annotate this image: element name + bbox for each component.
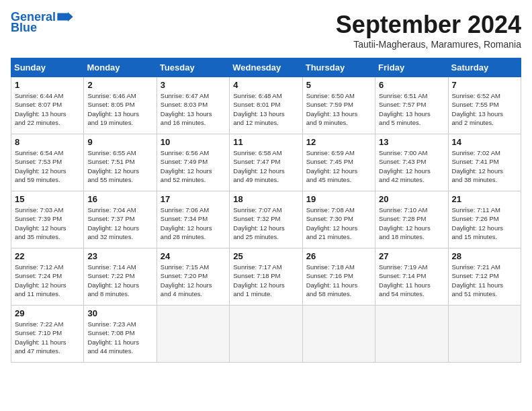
day-cell: 11Sunrise: 6:58 AM Sunset: 7:47 PM Dayli… [230,134,302,191]
day-number: 5 [306,80,371,90]
day-cell [230,306,302,363]
day-info: Sunrise: 7:23 AM Sunset: 7:08 PM Dayligh… [87,320,152,355]
day-number: 27 [379,251,444,261]
day-info: Sunrise: 6:46 AM Sunset: 8:05 PM Dayligh… [87,91,152,127]
day-info: Sunrise: 7:04 AM Sunset: 7:37 PM Dayligh… [87,205,152,241]
day-cell: 24Sunrise: 7:15 AM Sunset: 7:20 PM Dayli… [157,248,229,306]
day-cell: 18Sunrise: 7:07 AM Sunset: 7:32 PM Dayli… [230,191,302,248]
day-cell: 26Sunrise: 7:18 AM Sunset: 7:16 PM Dayli… [302,248,375,306]
day-info: Sunrise: 6:55 AM Sunset: 7:51 PM Dayligh… [87,148,152,184]
day-cell [448,306,521,363]
header-row: SundayMondayTuesdayWednesdayThursdayFrid… [11,58,521,77]
day-number: 26 [306,251,371,261]
location: Tautii-Magheraus, Maramures, Romania [336,39,521,50]
day-number: 6 [379,80,444,90]
day-number: 7 [452,80,517,90]
day-cell: 27Sunrise: 7:19 AM Sunset: 7:14 PM Dayli… [375,248,448,306]
day-cell: 25Sunrise: 7:17 AM Sunset: 7:18 PM Dayli… [230,248,302,306]
day-number: 28 [452,251,517,261]
weekday-header-sunday: Sunday [11,58,84,77]
day-info: Sunrise: 7:06 AM Sunset: 7:34 PM Dayligh… [161,205,226,241]
day-number: 1 [15,80,80,90]
day-cell: 15Sunrise: 7:03 AM Sunset: 7:39 PM Dayli… [11,191,84,248]
day-number: 14 [452,137,517,147]
day-info: Sunrise: 7:22 AM Sunset: 7:10 PM Dayligh… [15,320,80,355]
day-info: Sunrise: 6:48 AM Sunset: 8:01 PM Dayligh… [233,91,298,127]
day-info: Sunrise: 6:52 AM Sunset: 7:55 PM Dayligh… [452,91,517,127]
day-number: 8 [15,137,80,147]
weekday-header-monday: Monday [84,58,157,77]
day-cell [157,306,229,363]
day-info: Sunrise: 7:10 AM Sunset: 7:28 PM Dayligh… [379,205,444,241]
week-row-1: 1Sunrise: 6:44 AM Sunset: 8:07 PM Daylig… [11,77,521,134]
day-number: 4 [233,80,298,90]
day-cell: 5Sunrise: 6:50 AM Sunset: 7:59 PM Daylig… [302,77,375,134]
day-info: Sunrise: 6:50 AM Sunset: 7:59 PM Dayligh… [306,91,371,127]
day-cell: 20Sunrise: 7:10 AM Sunset: 7:28 PM Dayli… [375,191,448,248]
day-cell: 21Sunrise: 7:11 AM Sunset: 7:26 PM Dayli… [448,191,521,248]
title-block: September 2024 Tautii-Magheraus, Maramur… [336,11,521,50]
day-info: Sunrise: 7:14 AM Sunset: 7:22 PM Dayligh… [87,263,152,298]
day-cell: 7Sunrise: 6:52 AM Sunset: 7:55 PM Daylig… [448,77,521,134]
day-number: 12 [306,137,371,147]
logo-blue: Blue [11,21,37,34]
day-number: 20 [379,194,444,204]
day-info: Sunrise: 7:18 AM Sunset: 7:16 PM Dayligh… [306,263,371,298]
month-title: September 2024 [336,11,521,39]
page-header: General Blue September 2024 Tautii-Maghe… [11,11,521,50]
weekday-header-wednesday: Wednesday [230,58,302,77]
day-number: 18 [233,194,298,204]
day-number: 21 [452,194,517,204]
day-number: 9 [87,137,152,147]
day-cell: 6Sunrise: 6:51 AM Sunset: 7:57 PM Daylig… [375,77,448,134]
day-cell: 12Sunrise: 6:59 AM Sunset: 7:45 PM Dayli… [302,134,375,191]
day-info: Sunrise: 7:21 AM Sunset: 7:12 PM Dayligh… [452,263,517,298]
day-cell: 9Sunrise: 6:55 AM Sunset: 7:51 PM Daylig… [84,134,157,191]
day-cell: 28Sunrise: 7:21 AM Sunset: 7:12 PM Dayli… [448,248,521,306]
day-number: 15 [15,194,80,204]
day-number: 24 [161,251,226,261]
day-info: Sunrise: 7:03 AM Sunset: 7:39 PM Dayligh… [15,205,80,241]
weekday-header-saturday: Saturday [448,58,521,77]
day-cell: 1Sunrise: 6:44 AM Sunset: 8:07 PM Daylig… [11,77,84,134]
day-cell: 4Sunrise: 6:48 AM Sunset: 8:01 PM Daylig… [230,77,302,134]
week-row-4: 22Sunrise: 7:12 AM Sunset: 7:24 PM Dayli… [11,248,521,306]
svg-marker-0 [57,12,73,21]
day-cell: 8Sunrise: 6:54 AM Sunset: 7:53 PM Daylig… [11,134,84,191]
day-number: 29 [15,308,80,318]
day-cell [302,306,375,363]
weekday-header-friday: Friday [375,58,448,77]
day-info: Sunrise: 6:59 AM Sunset: 7:45 PM Dayligh… [306,148,371,184]
day-info: Sunrise: 6:47 AM Sunset: 8:03 PM Dayligh… [161,91,226,127]
day-number: 13 [379,137,444,147]
day-cell: 13Sunrise: 7:00 AM Sunset: 7:43 PM Dayli… [375,134,448,191]
day-number: 11 [233,137,298,147]
day-info: Sunrise: 7:07 AM Sunset: 7:32 PM Dayligh… [233,205,298,241]
day-info: Sunrise: 7:12 AM Sunset: 7:24 PM Dayligh… [15,263,80,298]
day-cell: 17Sunrise: 7:06 AM Sunset: 7:34 PM Dayli… [157,191,229,248]
day-cell: 14Sunrise: 7:02 AM Sunset: 7:41 PM Dayli… [448,134,521,191]
day-info: Sunrise: 6:56 AM Sunset: 7:49 PM Dayligh… [161,148,226,184]
logo: General Blue [11,11,73,34]
day-info: Sunrise: 7:11 AM Sunset: 7:26 PM Dayligh… [452,205,517,241]
day-info: Sunrise: 6:44 AM Sunset: 8:07 PM Dayligh… [15,91,80,127]
day-info: Sunrise: 7:17 AM Sunset: 7:18 PM Dayligh… [233,263,298,298]
day-info: Sunrise: 7:15 AM Sunset: 7:20 PM Dayligh… [161,263,226,298]
day-number: 10 [161,137,226,147]
day-cell: 23Sunrise: 7:14 AM Sunset: 7:22 PM Dayli… [84,248,157,306]
day-number: 2 [87,80,152,90]
week-row-5: 29Sunrise: 7:22 AM Sunset: 7:10 PM Dayli… [11,306,521,363]
day-number: 23 [87,251,152,261]
day-cell: 10Sunrise: 6:56 AM Sunset: 7:49 PM Dayli… [157,134,229,191]
weekday-header-thursday: Thursday [302,58,375,77]
day-info: Sunrise: 6:54 AM Sunset: 7:53 PM Dayligh… [15,148,80,184]
day-cell: 2Sunrise: 6:46 AM Sunset: 8:05 PM Daylig… [84,77,157,134]
day-cell: 22Sunrise: 7:12 AM Sunset: 7:24 PM Dayli… [11,248,84,306]
day-info: Sunrise: 6:58 AM Sunset: 7:47 PM Dayligh… [233,148,298,184]
day-cell: 19Sunrise: 7:08 AM Sunset: 7:30 PM Dayli… [302,191,375,248]
day-cell: 29Sunrise: 7:22 AM Sunset: 7:10 PM Dayli… [11,306,84,363]
calendar-table: SundayMondayTuesdayWednesdayThursdayFrid… [11,58,521,363]
day-number: 17 [161,194,226,204]
day-info: Sunrise: 7:00 AM Sunset: 7:43 PM Dayligh… [379,148,444,184]
day-info: Sunrise: 7:08 AM Sunset: 7:30 PM Dayligh… [306,205,371,241]
